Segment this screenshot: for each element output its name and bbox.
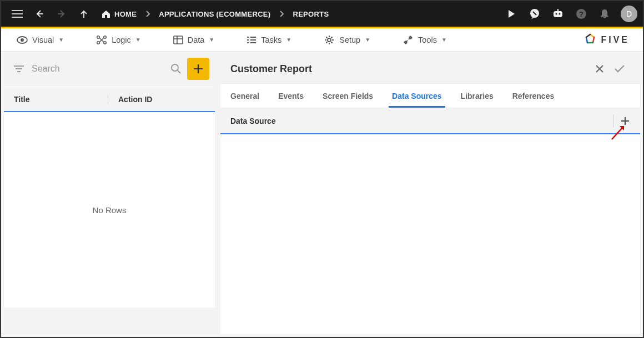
column-title[interactable]: Title xyxy=(4,95,108,104)
svg-point-14 xyxy=(328,38,331,42)
search-row xyxy=(4,54,215,83)
empty-text: No Rows xyxy=(93,205,127,215)
tab-data-sources[interactable]: Data Sources xyxy=(390,85,444,107)
menu-label: Setup xyxy=(339,36,360,44)
svg-text:?: ? xyxy=(579,10,583,18)
detail-header: Customer Report xyxy=(220,54,640,83)
menu-data[interactable]: Data▼ xyxy=(165,28,223,52)
top-bar: HOME APPLICATIONS (ECOMMERCE) REPORTS ? xyxy=(1,1,643,27)
divider xyxy=(613,115,613,127)
main-area: Title Action ID No Rows Customer Report … xyxy=(1,52,643,337)
search-icon[interactable] xyxy=(170,63,182,74)
svg-point-3 xyxy=(559,13,561,15)
svg-point-8 xyxy=(21,38,24,42)
bell-icon[interactable] xyxy=(594,3,615,24)
tab-screen-fields[interactable]: Screen Fields xyxy=(320,85,375,107)
logo-text: FIVE xyxy=(601,35,630,45)
menu-label: Tasks xyxy=(261,36,281,44)
breadcrumb-label: HOME xyxy=(114,10,137,18)
menu-setup[interactable]: Setup▼ xyxy=(316,28,378,52)
avatar[interactable]: D xyxy=(621,6,637,22)
add-data-source-button[interactable] xyxy=(620,116,630,126)
help-icon[interactable]: ? xyxy=(571,3,592,24)
tabs: General Events Screen Fields Data Source… xyxy=(220,83,640,108)
svg-rect-4 xyxy=(557,9,559,11)
svg-rect-1 xyxy=(554,11,562,17)
chat-icon[interactable] xyxy=(524,3,545,24)
tab-events[interactable]: Events xyxy=(276,85,306,107)
menu-label: Tools xyxy=(418,36,437,44)
search-input[interactable] xyxy=(32,64,170,74)
bot-icon[interactable] xyxy=(547,3,568,24)
breadcrumb-label: REPORTS xyxy=(293,10,329,18)
menu-logic[interactable]: Logic▼ xyxy=(88,28,149,52)
confirm-button[interactable] xyxy=(609,59,630,78)
close-button[interactable] xyxy=(590,59,609,78)
menu-label: Logic xyxy=(112,36,131,44)
menu-bar: Visual▼ Logic▼ Data▼ Tasks▼ Setup▼ Tools… xyxy=(1,28,643,52)
menu-visual[interactable]: Visual▼ xyxy=(9,28,72,52)
svg-point-2 xyxy=(556,13,557,15)
breadcrumb-label: APPLICATIONS (ECOMMERCE) xyxy=(159,10,270,18)
add-button[interactable] xyxy=(187,58,209,80)
detail-body xyxy=(220,134,640,334)
svg-rect-13 xyxy=(174,36,183,44)
plus-icon xyxy=(193,63,204,74)
tab-general[interactable]: General xyxy=(228,85,261,107)
close-icon xyxy=(595,64,605,74)
forward-icon xyxy=(51,3,72,24)
right-panel: Customer Report General Events Screen Fi… xyxy=(220,54,640,334)
breadcrumb-reports[interactable]: REPORTS xyxy=(287,3,334,24)
menu-label: Data xyxy=(188,36,205,44)
breadcrumb-home[interactable]: HOME xyxy=(95,3,142,24)
check-icon xyxy=(613,64,626,74)
subhead-title: Data Source xyxy=(230,117,276,125)
svg-point-15 xyxy=(172,64,178,71)
back-icon[interactable] xyxy=(29,3,50,24)
chevron-right-icon xyxy=(277,11,286,17)
logo-icon xyxy=(583,33,597,47)
subhead: Data Source xyxy=(220,108,640,133)
plus-icon xyxy=(620,116,630,126)
menu-icon[interactable] xyxy=(7,3,28,24)
grid-body: No Rows xyxy=(4,112,215,307)
menu-tasks[interactable]: Tasks▼ xyxy=(239,28,299,52)
column-action-id[interactable]: Action ID xyxy=(108,95,162,104)
tab-references[interactable]: References xyxy=(510,85,557,107)
menu-tools[interactable]: Tools▼ xyxy=(395,28,455,52)
grid-header: Title Action ID xyxy=(4,87,215,111)
play-icon[interactable] xyxy=(501,3,522,24)
menu-label: Visual xyxy=(32,36,54,44)
breadcrumb-applications[interactable]: APPLICATIONS (ECOMMERCE) xyxy=(153,3,276,24)
up-icon[interactable] xyxy=(73,3,94,24)
logo: FIVE xyxy=(583,33,635,47)
page-title: Customer Report xyxy=(230,63,312,75)
tab-libraries[interactable]: Libraries xyxy=(459,85,496,107)
avatar-letter: D xyxy=(626,9,632,18)
left-panel: Title Action ID No Rows xyxy=(4,54,215,334)
grid-footer xyxy=(4,307,215,334)
filter-icon[interactable] xyxy=(14,65,24,73)
chevron-right-icon xyxy=(143,11,152,17)
